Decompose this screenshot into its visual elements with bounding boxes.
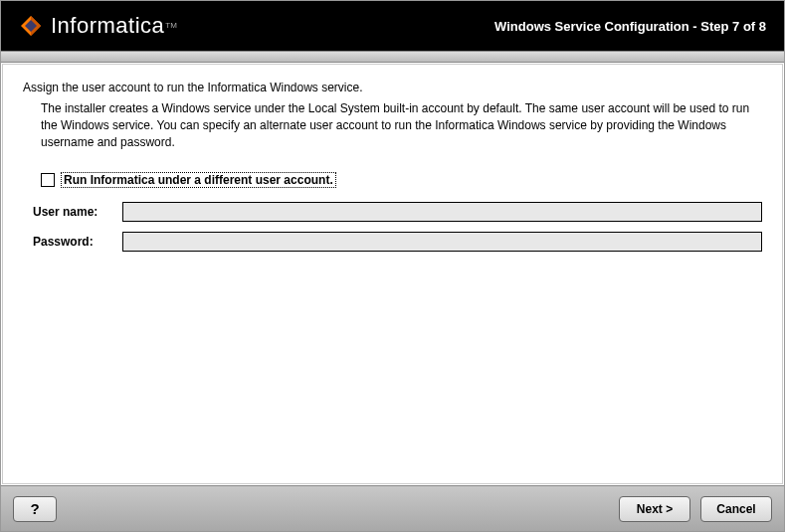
- password-field[interactable]: [122, 232, 762, 252]
- footer-bar: ? Next > Cancel: [1, 485, 784, 531]
- header-bar: InformaticaTM Windows Service Configurat…: [1, 1, 784, 51]
- brand-name: Informatica: [51, 13, 164, 38]
- installer-window: InformaticaTM Windows Service Configurat…: [0, 0, 785, 532]
- cancel-button[interactable]: Cancel: [700, 496, 772, 522]
- footer-right: Next > Cancel: [619, 496, 772, 522]
- instruction-text: Assign the user account to run the Infor…: [23, 81, 762, 94]
- run-different-account-checkbox[interactable]: [41, 173, 55, 187]
- divider-bar: [1, 51, 784, 63]
- brand-text: InformaticaTM: [51, 13, 177, 39]
- run-different-account-row: Run Informatica under a different user a…: [41, 172, 762, 188]
- content-panel: Assign the user account to run the Infor…: [2, 64, 783, 484]
- username-label: User name:: [33, 205, 122, 219]
- description-text: The installer creates a Windows service …: [41, 100, 762, 150]
- help-icon: ?: [30, 500, 39, 517]
- username-row: User name:: [33, 202, 762, 222]
- username-field[interactable]: [122, 202, 762, 222]
- password-row: Password:: [33, 232, 762, 252]
- help-button[interactable]: ?: [13, 496, 57, 522]
- next-button[interactable]: Next >: [619, 496, 690, 522]
- run-different-account-label[interactable]: Run Informatica under a different user a…: [61, 172, 336, 188]
- brand: InformaticaTM: [19, 13, 177, 39]
- brand-tm: TM: [165, 21, 177, 30]
- password-label: Password:: [33, 235, 122, 249]
- informatica-logo-icon: [19, 14, 43, 38]
- page-title: Windows Service Configuration - Step 7 o…: [494, 19, 766, 34]
